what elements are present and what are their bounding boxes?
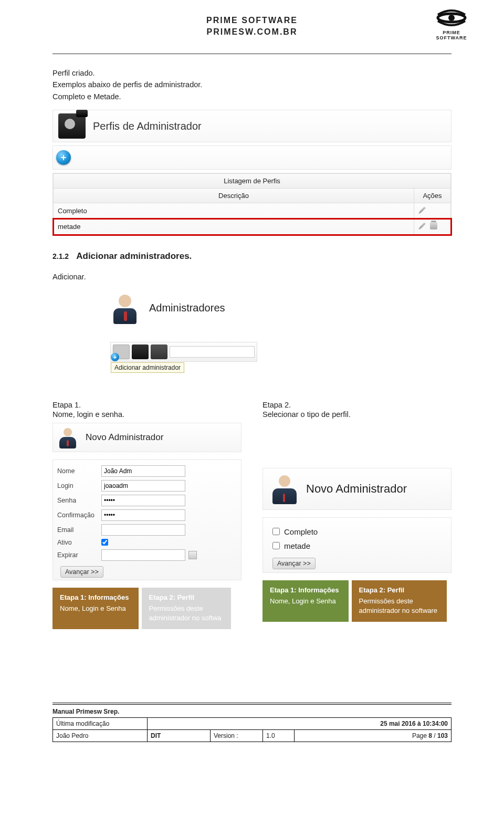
- section-heading: 2.1.2 Adicionar administradores.: [52, 251, 452, 262]
- novo-admin-card-2: Novo Administrador: [262, 468, 452, 510]
- wizard-steps-1: Etapa 1: Informações Nome, Login e Senha…: [52, 588, 242, 629]
- screenshot-add-row: +: [52, 145, 452, 170]
- ft-version-lbl: Version :: [211, 729, 263, 742]
- brand-text: PRIME SOFTWARE PRIMESW.COM.BR: [206, 15, 298, 37]
- checkbox-metade[interactable]: [272, 542, 280, 549]
- lbl-nome: Nome: [57, 467, 98, 475]
- adicionar-label: Adicionar.: [52, 271, 452, 283]
- delete-icon[interactable]: [430, 222, 437, 229]
- novo-admin-card-1: Novo Administrador: [52, 423, 242, 452]
- col-descricao: Descrição: [54, 189, 414, 203]
- cell-desc: Completo: [54, 203, 414, 219]
- add-profile-button[interactable]: +: [56, 150, 71, 165]
- etapa1-heading: Etapa 1.: [52, 401, 242, 409]
- lbl-confirmacao: Confirmação: [57, 512, 98, 519]
- administradores-title: Administradores: [149, 302, 225, 314]
- cell-actions: [414, 203, 451, 219]
- intro-paragraph: Perfil criado. Exemplos abaixo de perfis…: [52, 67, 452, 102]
- ft-version-val: 1.0: [263, 729, 295, 742]
- svg-point-1: [448, 15, 455, 21]
- screenshot-perfis-table: Listagem de Perfis Descrição Ações Compl…: [52, 173, 452, 235]
- admin-person-icon: [110, 293, 142, 324]
- wizard-step-2-active[interactable]: Etapa 2: Perfil Permissões deste adminis…: [352, 580, 447, 622]
- lbl-expirar: Expirar: [57, 551, 98, 559]
- perfil-option-metade[interactable]: metade: [272, 541, 445, 550]
- etapa1-column: Etapa 1. Nome, login e senha. Novo Admin…: [52, 401, 242, 629]
- brand-line1: PRIME SOFTWARE: [206, 16, 298, 25]
- tooltip-add-admin: Adicionar administrador: [111, 362, 184, 373]
- calendar-icon[interactable]: [188, 551, 197, 559]
- novo-admin-form: Nome Login Senha Confirmação Email Ativo…: [53, 460, 241, 580]
- lbl-login: Login: [57, 482, 98, 489]
- page-footer: Manual Primesw Srep. Última modificação …: [52, 703, 452, 742]
- input-senha[interactable]: [101, 495, 185, 506]
- lbl-email: Email: [57, 526, 98, 534]
- toolbar-printer-icon[interactable]: [151, 345, 167, 359]
- manual-title: Manual Primesw Srep.: [52, 708, 452, 715]
- cell-desc: metade: [54, 219, 414, 235]
- perfil-option-completo[interactable]: Completo: [272, 527, 445, 536]
- checkbox-completo[interactable]: [272, 528, 280, 535]
- ftution note: João Pedro: [53, 729, 148, 742]
- lbl-senha: Senha: [57, 497, 98, 504]
- screenshot-perfis: Perfis de Administrador: [52, 110, 452, 142]
- etapa1-sub: Nome, login e senha.: [52, 410, 242, 419]
- toolbar-search-input[interactable]: [170, 346, 255, 358]
- wizard-step-1-active[interactable]: Etapa 1: Informações Nome, Login e Senha: [52, 588, 139, 629]
- input-expirar[interactable]: [101, 549, 185, 561]
- admin-person-icon: [269, 474, 300, 504]
- etapa2-column: Etapa 2. Selecionar o tipo de perfil. No…: [262, 401, 452, 622]
- toolbar-add-admin-icon[interactable]: +: [113, 345, 130, 359]
- eye-logo-icon: [436, 7, 467, 28]
- folder-profile-icon: [58, 113, 86, 139]
- logo-text-bottom: SOFTWARE: [436, 36, 467, 41]
- ft-dit: DIT: [151, 732, 161, 739]
- input-login[interactable]: [101, 480, 185, 492]
- lbl-ativo: Ativo: [57, 539, 98, 546]
- edit-icon[interactable]: [418, 206, 426, 214]
- page-header: PRIME SOFTWARE PRIMESW.COM.BR PRIME SOFT…: [52, 11, 452, 47]
- header-divider: [52, 54, 452, 54]
- perfis-title: Perfis de Administrador: [93, 120, 202, 132]
- col-acoes: Ações: [414, 189, 451, 203]
- table-row: Completo: [54, 203, 451, 219]
- admin-toolbar: + Adicionar administrador: [110, 342, 257, 362]
- input-nome[interactable]: [101, 465, 185, 477]
- novo-admin-title: Novo Administrador: [86, 432, 163, 443]
- toolbar-folder-icon[interactable]: [132, 345, 149, 359]
- screenshot-administradores: Administradores + Adicionar administrado…: [110, 290, 257, 362]
- wizard-steps-2: Etapa 1: Informações Nome, Login e Senha…: [262, 580, 452, 622]
- etapa2-sub: Selecionar o tipo de perfil.: [262, 410, 452, 419]
- etapa2-heading: Etapa 2.: [262, 401, 452, 409]
- brand-line2: PRIMESW.COM.BR: [207, 27, 298, 36]
- novo-admin-title: Novo Administrador: [306, 482, 407, 496]
- admin-person-icon: [57, 426, 79, 448]
- brand-logo: PRIME SOFTWARE: [436, 7, 467, 41]
- wizard-step-1-green[interactable]: Etapa 1: Informações Nome, Login e Senha: [262, 580, 349, 622]
- input-confirmacao[interactable]: [101, 509, 185, 521]
- footer-divider: [52, 703, 452, 705]
- table-title: Listagem de Perfis: [54, 174, 451, 189]
- cell-actions: [414, 219, 451, 235]
- input-email[interactable]: [101, 524, 185, 536]
- perfis-table: Listagem de Perfis Descrição Ações Compl…: [53, 173, 451, 235]
- ft-ultima-mod-val: 25 mai 2016 à 10:34:00: [148, 717, 452, 729]
- footer-table: Última modificação 25 mai 2016 à 10:34:0…: [52, 717, 452, 742]
- wizard-step-2-inactive[interactable]: Etapa 2: Perfil Permissões deste adminis…: [142, 588, 231, 629]
- perfil-checklist: Completo metade Avançar >>: [263, 518, 451, 572]
- checkbox-ativo[interactable]: [101, 539, 108, 546]
- ft-ultima-mod-lbl: Última modificação: [53, 717, 148, 729]
- table-row-highlighted: metade: [54, 219, 451, 235]
- avancar-button[interactable]: Avançar >>: [272, 558, 316, 569]
- ft-page: Page 8 / 103: [295, 729, 452, 742]
- avancar-button[interactable]: Avançar >>: [60, 566, 103, 578]
- edit-icon[interactable]: [418, 222, 426, 229]
